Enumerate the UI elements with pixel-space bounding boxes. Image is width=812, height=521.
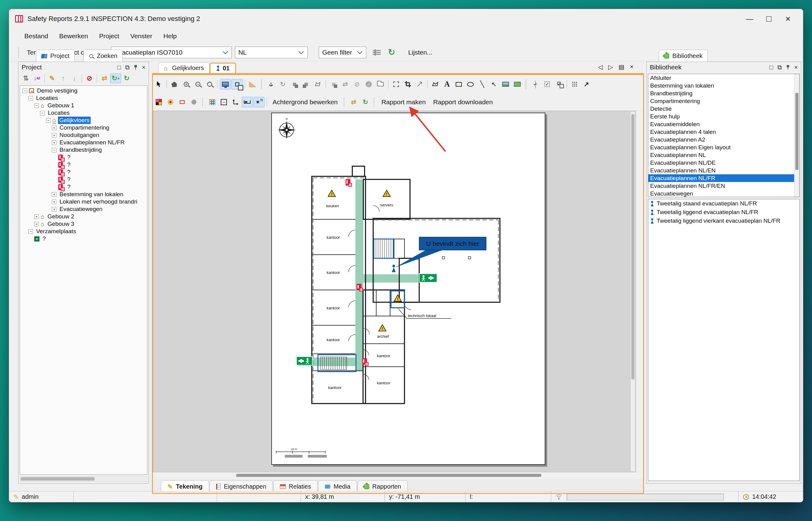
tab-next-icon[interactable]: ▷ <box>608 63 613 71</box>
library-category-list[interactable]: AfsluiterBestemming van lokalenBrandbest… <box>648 74 800 197</box>
library-template-item[interactable]: Tweetalig liggend vierkant evacuatieplan… <box>648 217 799 225</box>
tree-order-icon[interactable]: ⇅ <box>20 73 31 83</box>
lists-button[interactable]: Lijsten... <box>404 49 436 56</box>
polygon-tool-icon[interactable] <box>430 79 441 89</box>
panel-close-icon[interactable]: × <box>794 64 798 71</box>
fit-objects-icon[interactable] <box>232 79 243 89</box>
plan-type-dropdown[interactable]: Evacuatieplan ISO7010 <box>111 47 232 58</box>
library-category-item[interactable]: Evacuatieplannen Eigen layout <box>648 143 799 151</box>
table-tool-icon[interactable] <box>512 79 523 89</box>
tree-item[interactable]: +Lokalen met verhoogd brandri <box>20 198 147 205</box>
library-category-item[interactable]: Evacuatieplannen NL/EN <box>648 166 799 174</box>
library-category-item[interactable]: Detectie <box>648 105 799 113</box>
tree-item[interactable]: +Compartimentering <box>20 124 147 131</box>
panel-close-icon[interactable]: × <box>142 64 145 71</box>
download-report-button[interactable]: Rapport downloaden <box>429 98 497 106</box>
block-icon[interactable]: ⊘ <box>84 73 95 83</box>
image-tool-icon[interactable] <box>500 79 511 89</box>
tab-project[interactable]: Project <box>36 50 75 62</box>
edit-tag-icon[interactable]: ✎ <box>47 73 58 83</box>
tree-item[interactable]: ? <box>20 161 147 168</box>
library-category-item[interactable]: Afsluiter <box>648 74 799 82</box>
panel-restore-icon[interactable]: ⧉ <box>778 64 782 71</box>
filter-dropdown[interactable]: Geen filter <box>319 47 366 58</box>
library-category-item[interactable]: Evacuatieplannen 4 talen <box>648 128 799 136</box>
language-dropdown[interactable]: NL <box>235 47 308 58</box>
library-category-item[interactable]: Evacuatiewegen <box>648 190 799 197</box>
transform-icon[interactable] <box>390 79 402 89</box>
crop-icon[interactable] <box>402 79 413 89</box>
tree-item[interactable]: −Locaties <box>20 94 147 102</box>
library-list-scrollbar[interactable] <box>794 74 799 197</box>
edit-background-button[interactable]: Achtergrond bewerken <box>269 98 341 106</box>
zoom-out-icon[interactable]: − <box>192 79 204 89</box>
library-category-item[interactable]: Evacuatieplannen NL/FR <box>648 174 799 182</box>
send-backward-icon[interactable] <box>301 79 312 89</box>
tree-item[interactable]: −Locaties <box>20 109 147 117</box>
tree-item[interactable]: +Nooduitgangen <box>20 131 147 139</box>
tab-floor-gelijkvloers[interactable]: ⌂ Gelijkvloers <box>158 63 210 73</box>
menu-bestand[interactable]: Bestand <box>19 30 53 42</box>
library-template-list[interactable]: Tweetalig staand evacuatieplan NL/FRTwee… <box>648 199 800 481</box>
tree-item[interactable]: −Brandbestrijding <box>20 146 147 154</box>
open-icon[interactable] <box>375 79 386 89</box>
grid-settings-icon[interactable] <box>207 97 218 107</box>
swap-icon[interactable]: ⇄ <box>99 73 110 83</box>
frame-resize-icon[interactable]: ↔ <box>218 97 229 107</box>
menu-bewerken[interactable]: Bewerken <box>54 30 93 42</box>
tab-relaties[interactable]: Relaties <box>273 480 317 493</box>
collapse-icon[interactable]: − <box>52 148 56 152</box>
tree-item[interactable]: +Bestemming van lokalen <box>20 190 147 198</box>
disable-icon[interactable]: ⊘ <box>352 79 362 89</box>
line-tool-icon[interactable]: ╲ <box>477 79 488 89</box>
panel-pin-icon[interactable] <box>134 65 138 70</box>
library-category-item[interactable]: Evacuatieplannen NL/FR/EN <box>648 182 799 190</box>
tab-zoeken[interactable]: Zoeken <box>83 50 123 62</box>
north-arrow-toggle-icon[interactable]: ✶N <box>254 97 264 107</box>
refresh-tree-icon[interactable]: ↻ <box>121 73 132 83</box>
tab-eigenschappen[interactable]: Eigenschappen <box>210 480 273 493</box>
make-report-button[interactable]: Rapport maken <box>378 98 429 106</box>
expand-icon[interactable]: + <box>52 140 56 145</box>
copy-icon[interactable] <box>328 79 339 89</box>
close-button[interactable]: × <box>779 12 797 26</box>
pan-tool-icon[interactable] <box>169 79 180 89</box>
tree-item[interactable]: ? <box>20 176 147 183</box>
replace-icon[interactable]: ⇄ <box>340 79 351 89</box>
select-tool-icon[interactable] <box>153 79 164 89</box>
text-tool-icon[interactable]: A <box>441 79 453 89</box>
library-category-item[interactable]: Evacuatieplannen NL <box>648 151 799 159</box>
bring-forward-icon[interactable] <box>289 79 300 89</box>
maximize-button[interactable]: □ <box>759 12 779 26</box>
menu-help[interactable]: Help <box>159 30 182 42</box>
rotate-tool-icon[interactable]: ↻ <box>277 79 288 89</box>
swap-plan-icon[interactable]: ⇄ <box>348 97 359 107</box>
tab-list-icon[interactable]: ▤ <box>618 63 624 71</box>
fit-screen-icon[interactable] <box>220 79 231 89</box>
axes-icon[interactable] <box>230 97 241 107</box>
library-category-item[interactable]: Evacuatiemiddelen <box>648 120 799 128</box>
panel-pin-icon[interactable] <box>786 65 790 70</box>
canvas-hscrollbar[interactable] <box>153 473 637 478</box>
tab-plan-01[interactable]: 01 <box>210 63 236 73</box>
library-template-item[interactable]: Tweetalig staand evacuatieplan NL/FR <box>648 199 799 208</box>
tree-item[interactable]: −⌂Gebouw 1 <box>20 102 147 109</box>
tab-close-icon[interactable]: × <box>630 63 634 71</box>
set-square-icon[interactable] <box>247 79 258 89</box>
collapse-icon[interactable]: − <box>40 111 45 115</box>
expand-icon[interactable]: + <box>52 207 56 211</box>
grid-toggle-icon[interactable] <box>569 79 580 89</box>
scalebar-toggle-icon[interactable] <box>242 97 253 107</box>
tree-item[interactable]: +Evacuatieplannen NL/FR <box>20 139 147 146</box>
tree-item[interactable]: ? <box>20 183 147 190</box>
rectangle-tool-icon[interactable] <box>453 79 464 89</box>
refresh-add-icon[interactable]: ↻+ <box>110 73 121 83</box>
ellipse-tool-icon[interactable] <box>465 79 476 89</box>
scale-icon[interactable] <box>414 79 425 89</box>
move-tool-icon[interactable]: ↔↕ <box>265 79 277 89</box>
minimize-button[interactable]: — <box>740 12 759 26</box>
move-down-icon[interactable]: ↓ <box>69 73 80 83</box>
mask-icon[interactable] <box>188 97 199 107</box>
sort-az-icon[interactable]: ↓az <box>31 73 43 83</box>
menu-project[interactable]: Project <box>94 30 124 42</box>
